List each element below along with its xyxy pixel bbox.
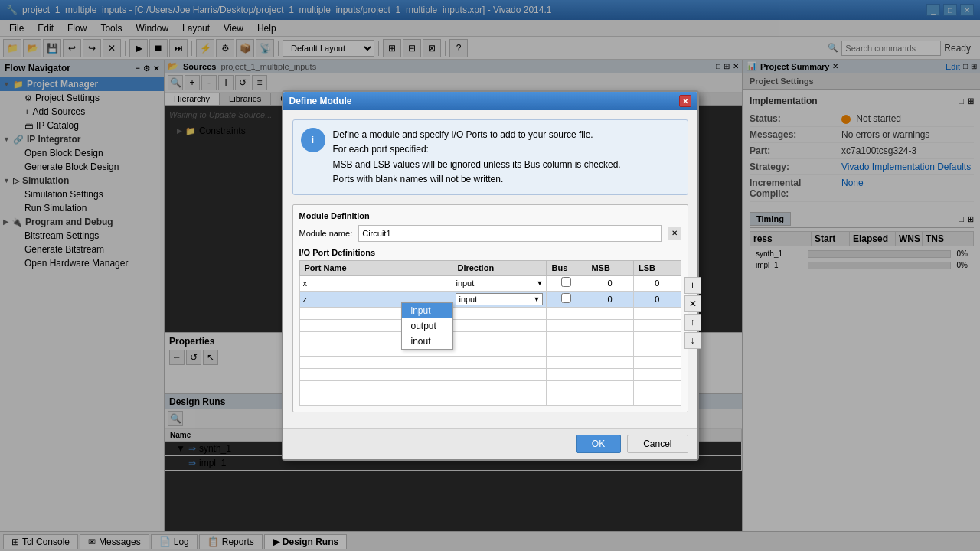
- module-name-label: Module name:: [299, 229, 353, 238]
- empty-row-7: [299, 380, 681, 393]
- dropdown-option-input[interactable]: input: [402, 303, 452, 318]
- dialog-overlay: Define Module ✕ i Define a module and sp…: [0, 0, 980, 551]
- direction-dropdown[interactable]: input output inout: [401, 302, 453, 350]
- module-name-row: Module name: ✕: [299, 225, 681, 242]
- info-line-3: MSB and LSB values will be ignored unles…: [333, 158, 621, 172]
- port-table-container: Port Name Direction Bus MSB LSB: [299, 260, 681, 406]
- port-remove-btn[interactable]: ✕: [684, 295, 701, 312]
- empty-row-2: [299, 319, 681, 331]
- port-z-dropdown-arrow[interactable]: ▼: [534, 295, 541, 303]
- port-x-dropdown-arrow[interactable]: ▼: [537, 279, 544, 287]
- port-x-name-cell[interactable]: [299, 275, 452, 291]
- port-table: Port Name Direction Bus MSB LSB: [299, 260, 681, 406]
- dropdown-option-inout[interactable]: inout: [402, 334, 452, 349]
- port-move-down-btn[interactable]: ↓: [684, 332, 701, 349]
- port-side-buttons: + ✕ ↑ ↓: [684, 277, 701, 349]
- port-x-msb-input[interactable]: [590, 279, 630, 288]
- port-row-x: input ▼: [299, 275, 681, 291]
- module-clear-button[interactable]: ✕: [668, 227, 681, 240]
- info-line-4: Ports with blank names will not be writt…: [333, 172, 621, 187]
- port-x-lsb-cell[interactable]: [633, 275, 681, 291]
- empty-row-4: [299, 344, 681, 356]
- port-x-bus-checkbox[interactable]: [561, 277, 571, 287]
- empty-row-5: [299, 356, 681, 368]
- empty-row-8: [299, 393, 681, 405]
- empty-row-3: [299, 331, 681, 344]
- io-port-title: I/O Port Definitions: [299, 248, 681, 257]
- port-z-bus-cell[interactable]: [547, 291, 586, 307]
- col-bus: Bus: [547, 260, 586, 275]
- col-direction: Direction: [452, 260, 547, 275]
- info-line-1: Define a module and specify I/O Ports to…: [333, 128, 621, 142]
- io-port-section: I/O Port Definitions Port Name Direction…: [299, 248, 681, 406]
- cancel-button[interactable]: Cancel: [627, 435, 688, 453]
- port-move-up-btn[interactable]: ↑: [684, 314, 701, 331]
- dropdown-option-output[interactable]: output: [402, 318, 452, 334]
- port-z-msb-input[interactable]: [590, 295, 630, 304]
- dialog-info-box: i Define a module and specify I/O Ports …: [292, 119, 688, 195]
- port-x-msb-cell[interactable]: [586, 275, 634, 291]
- info-text: Define a module and specify I/O Ports to…: [333, 128, 621, 187]
- ok-button[interactable]: OK: [576, 435, 621, 453]
- module-def-title: Module Definition: [299, 211, 681, 220]
- port-z-bus-checkbox[interactable]: [561, 293, 571, 303]
- port-x-lsb-input[interactable]: [637, 279, 678, 288]
- define-module-dialog: Define Module ✕ i Define a module and sp…: [282, 90, 699, 461]
- module-name-input[interactable]: [358, 225, 661, 242]
- col-lsb: LSB: [633, 260, 681, 275]
- port-row-z: input ▼: [299, 291, 681, 307]
- empty-row-1: [299, 307, 681, 319]
- port-z-lsb-input[interactable]: [637, 295, 678, 304]
- port-z-direction-text: input: [459, 295, 533, 304]
- port-z-dir-cell[interactable]: input ▼: [452, 291, 547, 307]
- col-port-name: Port Name: [299, 260, 452, 275]
- port-x-name-input[interactable]: [303, 279, 449, 288]
- port-x-bus-cell[interactable]: [547, 275, 586, 291]
- info-icon: i: [301, 128, 325, 152]
- dialog-body: i Define a module and specify I/O Ports …: [283, 110, 697, 428]
- port-x-dir-cell[interactable]: input ▼: [452, 275, 547, 291]
- empty-row-6: [299, 368, 681, 380]
- info-line-2: For each port specified:: [333, 142, 621, 157]
- dialog-footer: OK Cancel: [283, 428, 697, 459]
- dialog-title-bar: Define Module ✕: [283, 92, 697, 110]
- port-z-msb-cell[interactable]: [586, 291, 634, 307]
- module-definition-section: Module Definition Module name: ✕ I/O Por…: [292, 204, 688, 412]
- col-msb: MSB: [586, 260, 634, 275]
- dialog-close-button[interactable]: ✕: [679, 95, 691, 107]
- port-add-btn[interactable]: +: [684, 277, 701, 294]
- port-x-direction-text: input: [456, 279, 536, 288]
- dialog-title: Define Module: [289, 96, 352, 106]
- port-z-lsb-cell[interactable]: [633, 291, 681, 307]
